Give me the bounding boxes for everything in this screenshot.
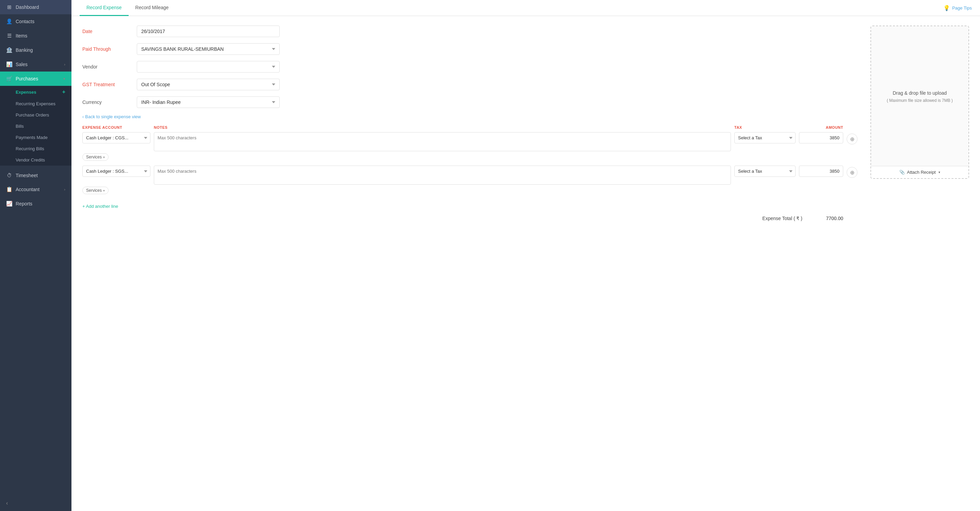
sidebar: ⊞ Dashboard 👤 Contacts ☰ Items 🏦 Banking…	[0, 0, 72, 511]
content-area: Date Paid Through SAVINGS BANK RURAL-SEM…	[72, 16, 980, 511]
payments-made-label: Payments Made	[16, 135, 48, 140]
sidebar-item-bills[interactable]: Bills	[0, 121, 72, 132]
page-tips-button[interactable]: 💡 Page Tips	[943, 5, 972, 11]
reports-icon: 📈	[6, 201, 12, 207]
back-link-label: Back to single expense view	[85, 114, 140, 119]
attach-footer: 📎 Attach Receipt ▾	[871, 166, 969, 178]
expense-account-select-2[interactable]: Cash Ledger : SGS...	[82, 166, 150, 177]
tab-record-mileage[interactable]: Record Mileage	[129, 0, 176, 16]
notes-textarea-2[interactable]	[154, 166, 731, 185]
gst-treatment-label: GST Treatment	[82, 82, 137, 87]
sidebar-item-dashboard[interactable]: ⊞ Dashboard	[0, 0, 72, 14]
tag-caret-icon-2: ▾	[103, 189, 105, 192]
tax-select-1[interactable]: Select a Tax	[734, 132, 795, 144]
sidebar-item-recurring-bills[interactable]: Recurring Bills	[0, 143, 72, 154]
paid-through-select[interactable]: SAVINGS BANK RURAL-SEMIURBAN	[137, 43, 280, 55]
amount-input-2[interactable]	[799, 166, 843, 177]
form-section: Date Paid Through SAVINGS BANK RURAL-SEM…	[82, 26, 860, 501]
more-options-button-2[interactable]: ⊕	[846, 167, 858, 178]
date-row: Date	[82, 26, 860, 37]
collapse-icon: ‹	[6, 500, 8, 506]
purchases-icon: 🛒	[6, 76, 12, 82]
tab-record-expense[interactable]: Record Expense	[80, 0, 129, 16]
attach-receipt-label: Attach Receipt	[907, 170, 936, 175]
date-input[interactable]	[137, 26, 280, 37]
sidebar-item-reports[interactable]: 📈 Reports	[0, 196, 72, 211]
tag-button-1[interactable]: Services ▾	[82, 153, 108, 161]
sidebar-label-sales: Sales	[16, 62, 60, 67]
attach-receipt-caret-icon: ▾	[939, 170, 940, 174]
sidebar-label-dashboard: Dashboard	[16, 5, 65, 10]
tag-label-2: Services	[86, 188, 102, 193]
tax-select-2[interactable]: Select a Tax	[734, 166, 795, 177]
amount-input-1[interactable]	[799, 132, 843, 144]
tag-caret-icon-1: ▾	[103, 155, 105, 159]
sidebar-label-accountant: Accountant	[16, 187, 60, 192]
sidebar-label-banking: Banking	[16, 47, 65, 53]
expense-line-1: Cash Ledger : CGS... Select a Tax ⊕ Serv…	[82, 132, 860, 161]
back-link[interactable]: ‹ Back to single expense view	[82, 114, 860, 119]
gst-treatment-row: GST Treatment Out Of Scope	[82, 79, 860, 90]
accountant-icon: 📋	[6, 186, 12, 192]
more-options-button-1[interactable]: ⊕	[846, 134, 858, 144]
tag-button-2[interactable]: Services ▾	[82, 187, 108, 194]
page-tips-label: Page Tips	[952, 5, 972, 11]
paid-through-row: Paid Through SAVINGS BANK RURAL-SEMIURBA…	[82, 43, 860, 55]
recurring-expenses-label: Recurring Expenses	[16, 101, 56, 106]
col-notes: NOTES	[154, 125, 731, 129]
add-line-label: + Add another line	[82, 204, 118, 209]
sidebar-item-purchase-orders[interactable]: Purchase Orders	[0, 109, 72, 121]
sales-icon: 📊	[6, 61, 12, 67]
purchase-orders-label: Purchase Orders	[16, 112, 49, 118]
accountant-arrow-icon: ›	[64, 187, 65, 192]
tag-row-1: Services ▾	[82, 153, 860, 161]
notes-textarea-1[interactable]	[154, 132, 731, 151]
col-amount: AMOUNT	[799, 125, 843, 129]
expense-table: EXPENSE ACCOUNT NOTES TAX AMOUNT Cash Le…	[82, 125, 860, 194]
currency-row: Currency INR- Indian Rupee	[82, 96, 860, 108]
expense-line-2: Cash Ledger : SGS... Select a Tax ⊕ Serv…	[82, 166, 860, 194]
drag-drop-label: Drag & drop file to upload	[893, 89, 947, 97]
sidebar-item-purchases[interactable]: 🛒 Purchases ▾	[0, 72, 72, 86]
sidebar-item-contacts[interactable]: 👤 Contacts	[0, 14, 72, 29]
currency-select[interactable]: INR- Indian Rupee	[137, 96, 280, 108]
sidebar-item-recurring-expenses[interactable]: Recurring Expenses	[0, 98, 72, 109]
upload-area[interactable]: Drag & drop file to upload ( Maximum fil…	[871, 26, 969, 166]
paid-through-label: Paid Through	[82, 46, 137, 52]
expense-line-row-1: Cash Ledger : CGS... Select a Tax ⊕	[82, 132, 860, 151]
upload-wrapper: Drag & drop file to upload ( Maximum fil…	[870, 26, 969, 179]
sidebar-collapse-button[interactable]: ‹	[0, 495, 72, 511]
add-line-link[interactable]: + Add another line	[82, 204, 118, 209]
col-expense-account: EXPENSE ACCOUNT	[82, 125, 150, 129]
main-content: Record Expense Record Mileage 💡 Page Tip…	[72, 0, 980, 511]
expense-line-row-2: Cash Ledger : SGS... Select a Tax ⊕	[82, 166, 860, 185]
sidebar-item-timesheet[interactable]: ⏱ Timesheet	[0, 168, 72, 182]
sidebar-item-expenses[interactable]: Expenses +	[0, 86, 72, 98]
max-file-label: ( Maximum file size allowed is 7MB )	[887, 98, 953, 103]
vendor-select[interactable]	[137, 61, 280, 73]
attach-receipt-button[interactable]: 📎 Attach Receipt ▾	[899, 170, 940, 175]
dashboard-icon: ⊞	[6, 4, 12, 10]
sidebar-item-banking[interactable]: 🏦 Banking	[0, 43, 72, 57]
upload-section: Drag & drop file to upload ( Maximum fil…	[870, 26, 969, 501]
expense-account-select-1[interactable]: Cash Ledger : CGS...	[82, 132, 150, 144]
gst-treatment-select[interactable]: Out Of Scope	[137, 79, 280, 90]
sidebar-item-sales[interactable]: 📊 Sales ›	[0, 57, 72, 72]
tag-row-2: Services ▾	[82, 187, 860, 194]
lightbulb-icon: 💡	[943, 5, 950, 11]
vendor-credits-label: Vendor Credits	[16, 157, 45, 163]
paperclip-icon: 📎	[899, 170, 905, 175]
add-expense-icon[interactable]: +	[62, 89, 65, 95]
sidebar-item-accountant[interactable]: 📋 Accountant ›	[0, 182, 72, 196]
date-label: Date	[82, 29, 137, 34]
sidebar-item-vendor-credits[interactable]: Vendor Credits	[0, 154, 72, 166]
expense-total-value: 7700.00	[816, 216, 843, 221]
tag-label-1: Services	[86, 155, 102, 160]
total-row: Expense Total ( ₹ ) 7700.00	[82, 216, 860, 221]
sidebar-item-payments-made[interactable]: Payments Made	[0, 132, 72, 143]
chevron-left-icon: ‹	[82, 114, 84, 119]
expenses-label: Expenses	[16, 89, 37, 95]
contacts-icon: 👤	[6, 18, 12, 24]
purchases-submenu: Expenses + Recurring Expenses Purchase O…	[0, 86, 72, 166]
sidebar-item-items[interactable]: ☰ Items	[0, 29, 72, 43]
